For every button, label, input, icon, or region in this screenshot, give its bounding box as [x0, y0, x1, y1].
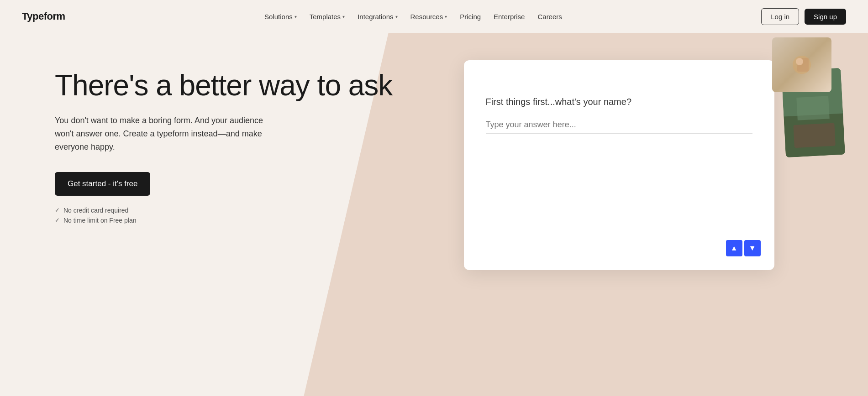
chevron-down-icon: ▾ [342, 14, 345, 19]
form-nav-prev-button[interactable]: ▲ [726, 240, 742, 256]
nav-item-careers[interactable]: Careers [532, 9, 567, 24]
photo-placeholder-drawing [772, 37, 831, 92]
hero-subtext: You don't want to make a boring form. An… [55, 114, 274, 153]
trust-item-2: No time limit on Free plan [55, 217, 478, 224]
nav-item-integrations[interactable]: Integrations ▾ [352, 9, 403, 24]
chevron-down-icon: ▾ [445, 14, 447, 19]
chevron-down-icon: ▾ [295, 14, 297, 19]
nav-links: Solutions ▾ Templates ▾ Integrations ▾ R… [259, 9, 568, 24]
nav-link-enterprise[interactable]: Enterprise [488, 9, 530, 24]
photo-card-1 [772, 37, 831, 92]
nav-link-integrations[interactable]: Integrations ▾ [352, 9, 403, 24]
main-nav: Typeform Solutions ▾ Templates ▾ Integra… [0, 0, 868, 33]
trust-item-1: No credit card required [55, 207, 478, 214]
nav-item-templates[interactable]: Templates ▾ [304, 9, 350, 24]
nav-link-templates[interactable]: Templates ▾ [304, 9, 350, 24]
login-button[interactable]: Log in [761, 8, 799, 25]
hero-headline: There's a better way to ask [55, 69, 478, 101]
hero-right: First things first...what's your name? ▲… [478, 33, 868, 270]
hero-trust-list: No credit card required No time limit on… [55, 207, 478, 224]
form-nav-next-button[interactable]: ▼ [744, 240, 761, 256]
cta-button[interactable]: Get started - it's free [55, 172, 150, 196]
logo[interactable]: Typeform [22, 10, 65, 22]
svg-rect-6 [796, 96, 830, 120]
nav-actions: Log in Sign up [761, 8, 846, 25]
form-question: First things first...what's your name? [486, 97, 752, 107]
chevron-down-icon: ▾ [395, 14, 398, 19]
hero-section: There's a better way to ask You don't wa… [0, 33, 868, 396]
nav-link-resources[interactable]: Resources ▾ [405, 9, 453, 24]
svg-rect-5 [793, 123, 835, 148]
form-navigation: ▲ ▼ [726, 240, 761, 256]
form-answer-input[interactable] [486, 116, 752, 134]
nav-link-careers[interactable]: Careers [532, 9, 567, 24]
nav-item-enterprise[interactable]: Enterprise [488, 9, 530, 24]
nav-link-pricing[interactable]: Pricing [454, 9, 486, 24]
nav-item-solutions[interactable]: Solutions ▾ [259, 9, 302, 24]
hero-left: There's a better way to ask You don't wa… [0, 33, 478, 242]
form-card: First things first...what's your name? ▲… [464, 60, 774, 270]
signup-button[interactable]: Sign up [805, 9, 846, 25]
svg-point-2 [796, 58, 803, 65]
nav-item-resources[interactable]: Resources ▾ [405, 9, 453, 24]
nav-link-solutions[interactable]: Solutions ▾ [259, 9, 302, 24]
nav-item-pricing[interactable]: Pricing [454, 9, 486, 24]
